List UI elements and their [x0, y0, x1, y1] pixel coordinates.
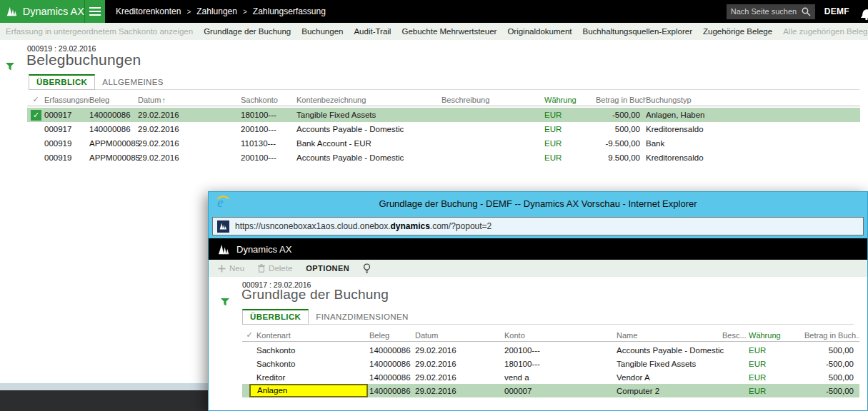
hamburger-menu-icon[interactable]: [85, 0, 105, 23]
popup-filter-funnel-icon[interactable]: [221, 296, 229, 309]
grid-cell[interactable]: 9.500,00: [596, 153, 646, 162]
column-header[interactable]: Kontenbezeichnung: [296, 96, 442, 104]
grid-row[interactable]: Kreditor14000008629.02.2016vend aVendor …: [242, 370, 859, 384]
grid-cell[interactable]: APPM000085: [89, 139, 138, 148]
grid-cell[interactable]: EUR: [749, 360, 804, 368]
column-header[interactable]: Erfassungsnu...: [44, 96, 89, 104]
action-item[interactable]: Grundlage der Buchung: [204, 27, 291, 36]
grid-cell[interactable]: 200100---: [241, 125, 296, 133]
tab-überblick[interactable]: ÜBERBLICK: [242, 309, 309, 325]
grid-cell[interactable]: Anlagen: [256, 384, 369, 397]
grid-cell[interactable]: 140000086: [89, 111, 138, 119]
column-header[interactable]: Beschreibung: [442, 96, 544, 104]
grid-cell[interactable]: 29.02.2016: [415, 346, 504, 355]
grid-cell[interactable]: Accounts Payable - Domestic: [617, 346, 722, 355]
new-button[interactable]: Neu: [218, 264, 244, 273]
column-header[interactable]: Währung: [544, 96, 596, 104]
grid-cell[interactable]: 140000086: [369, 373, 415, 382]
action-item[interactable]: Zugehörige Belege: [703, 27, 772, 36]
popup-lightbulb-icon[interactable]: [363, 263, 371, 274]
grid-cell[interactable]: 500,00: [596, 125, 646, 133]
column-header[interactable]: Datum: [415, 331, 504, 340]
grid-row[interactable]: ✓00091714000008629.02.2016180100---Tangi…: [27, 108, 860, 122]
grid-cell[interactable]: 29.02.2016: [415, 360, 504, 368]
grid-cell[interactable]: 29.02.2016: [138, 139, 241, 148]
grid-cell[interactable]: Computer 2: [617, 387, 722, 395]
grid-cell[interactable]: 140000086: [369, 360, 415, 368]
grid-cell[interactable]: 000917: [44, 111, 89, 119]
action-item[interactable]: Originaldokument: [507, 27, 572, 36]
breadcrumb-item[interactable]: Zahlungserfassung: [253, 6, 326, 16]
column-header[interactable]: Beleg: [89, 96, 138, 104]
filter-funnel-icon[interactable]: [6, 61, 14, 73]
tab-überblick[interactable]: ÜBERBLICK: [29, 74, 95, 90]
column-header[interactable]: Beleg: [369, 331, 415, 340]
grid-cell[interactable]: 29.02.2016: [415, 373, 504, 382]
grid-cell[interactable]: EUR: [544, 153, 596, 162]
column-header[interactable]: Name: [617, 331, 722, 340]
grid-cell[interactable]: 000919: [44, 153, 89, 162]
grid-cell[interactable]: 110130---: [241, 139, 296, 148]
grid-cell[interactable]: 000917: [44, 125, 89, 133]
grid-cell[interactable]: 500,00: [804, 373, 859, 382]
grid-cell[interactable]: EUR: [749, 373, 804, 382]
breadcrumb-item[interactable]: Zahlungen: [196, 6, 237, 16]
action-item[interactable]: Erfassung in untergeordnetem Sachkonto a…: [6, 27, 193, 36]
grid-cell[interactable]: 000007: [504, 387, 617, 395]
url-field[interactable]: https://usnconeboxax1aos.cloud.onebox.dy…: [212, 217, 864, 235]
action-item[interactable]: Audit-Trail: [354, 27, 391, 36]
grid-cell[interactable]: vend a: [504, 373, 617, 382]
grid-cell[interactable]: 180100---: [504, 360, 617, 368]
grid-row[interactable]: 000919APPM00008529.02.2016110130---Bank …: [27, 136, 860, 151]
search-icon[interactable]: [802, 7, 811, 16]
grid-cell[interactable]: Anlagen, Haben: [646, 111, 860, 119]
grid-row[interactable]: Sachkonto14000008629.02.2016200100---Acc…: [242, 343, 859, 357]
grid-cell[interactable]: 140000086: [369, 387, 415, 395]
grid-cell[interactable]: Accounts Payable - Domestic: [296, 153, 442, 162]
grid-cell[interactable]: 29.02.2016: [138, 153, 241, 162]
tab-allgemeines[interactable]: ALLGEMEINES: [95, 75, 171, 89]
column-header[interactable]: Konto: [504, 331, 617, 340]
column-header[interactable]: Sachkonto: [241, 96, 296, 104]
grid-cell[interactable]: Kreditorensaldo: [646, 125, 860, 133]
column-header[interactable]: Betrag in Buch...: [804, 331, 859, 340]
grid-row[interactable]: 00091714000008629.02.2016200100---Accoun…: [27, 122, 860, 136]
grid-cell[interactable]: -500,00: [804, 387, 859, 395]
grid-cell[interactable]: 000919: [44, 139, 89, 148]
app-brand[interactable]: Dynamics AX: [0, 0, 105, 23]
grid-cell[interactable]: 140000086: [89, 125, 138, 133]
grid-cell[interactable]: Bank: [646, 139, 860, 148]
grid-cell[interactable]: Kreditorensaldo: [646, 153, 860, 162]
grid-cell[interactable]: EUR: [749, 346, 804, 355]
grid-cell[interactable]: EUR: [749, 387, 804, 395]
grid-cell[interactable]: APPM000085: [89, 153, 138, 162]
action-item[interactable]: Alle zugehörigen Belege: [783, 27, 868, 36]
grid-cell[interactable]: EUR: [544, 111, 596, 119]
popup-options-button[interactable]: OPTIONEN: [306, 264, 349, 273]
page-search-input[interactable]: Nach Seite suchen: [727, 4, 815, 19]
grid-cell[interactable]: 29.02.2016: [138, 125, 241, 133]
grid-cell[interactable]: Sachkonto: [256, 360, 369, 368]
column-header[interactable]: Buchungstyp: [646, 96, 860, 104]
column-header[interactable]: Betrag in Buch...: [596, 96, 646, 104]
highlighted-cell[interactable]: Anlagen: [249, 384, 368, 397]
grid-cell[interactable]: 29.02.2016: [138, 111, 241, 119]
action-item[interactable]: Buchungen: [301, 27, 343, 36]
breadcrumb-item[interactable]: Kreditorenkonten: [116, 6, 181, 16]
grid-cell[interactable]: 140000086: [369, 346, 415, 355]
grid-cell[interactable]: EUR: [544, 125, 596, 133]
grid-row[interactable]: 000919APPM00008529.02.2016200100---Accou…: [27, 151, 860, 165]
grid-cell[interactable]: Kreditor: [256, 373, 369, 382]
grid-cell[interactable]: 200100---: [504, 346, 617, 355]
popup-titlebar[interactable]: e Grundlage der Buchung - DEMF -- Dynami…: [209, 192, 867, 215]
grid-cell[interactable]: 180100---: [241, 111, 296, 119]
grid-cell[interactable]: -500,00: [596, 111, 646, 119]
grid-cell[interactable]: 200100---: [241, 153, 296, 162]
select-all-check-icon[interactable]: ✓: [242, 330, 256, 340]
column-header[interactable]: Kontenart: [256, 331, 369, 340]
grid-row[interactable]: Sachkonto14000008629.02.2016180100---Tan…: [242, 357, 859, 370]
grid-cell[interactable]: Tangible Fixed Assets: [617, 360, 722, 368]
select-all-check-icon[interactable]: ✓: [27, 95, 44, 104]
grid-cell[interactable]: -9.500,00: [596, 139, 646, 148]
grid-row[interactable]: Anlagen14000008629.02.2016000007Computer…: [242, 384, 859, 397]
